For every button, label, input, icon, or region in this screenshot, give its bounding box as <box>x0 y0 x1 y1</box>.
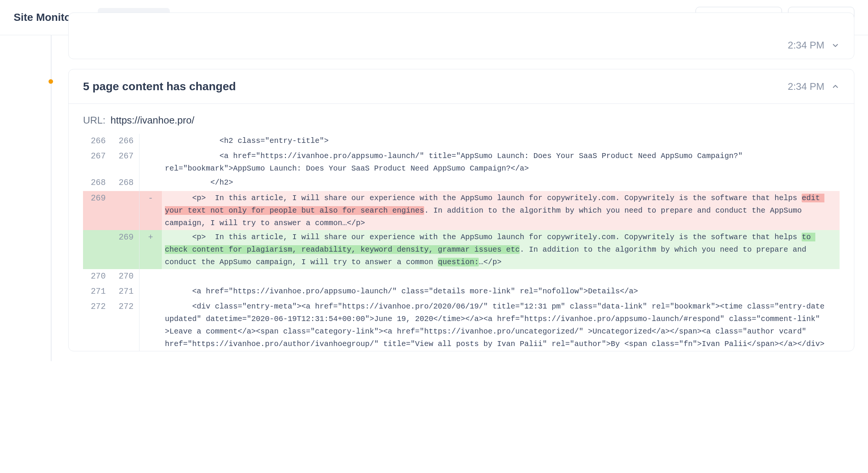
line-number-new: 269 <box>111 230 139 269</box>
card-title: 5 page content has changed <box>83 80 236 93</box>
diff-row: 266266 <h2 class="entry-title"> <box>83 134 840 149</box>
diff-marker <box>139 269 162 284</box>
diff-row: 269+ <p> In this article, I will share o… <box>83 230 840 269</box>
content-changed-card: 5 page content has changed 2:34 PM URL: … <box>68 69 854 351</box>
chevron-down-icon[interactable] <box>831 41 840 50</box>
diff-marker: + <box>139 230 162 269</box>
diff-code: <a href="https://ivanhoe.pro/appsumo-lau… <box>162 284 840 299</box>
card-meta: 2:34 PM <box>788 81 840 92</box>
line-number-old: 271 <box>83 284 111 299</box>
diff-row: 267267 <a href="https://ivanhoe.pro/apps… <box>83 149 840 175</box>
line-number-new: 270 <box>111 269 139 284</box>
diff-table: 266266 <h2 class="entry-title">267267 <a… <box>83 134 840 351</box>
diff-highlight-added: to check content for plagiarism, readabi… <box>165 233 815 254</box>
url-label: URL: <box>83 114 105 126</box>
previous-card-meta: 2:34 PM <box>788 39 840 51</box>
cards-column: 2:34 PM 5 page content has changed 2:34 … <box>59 35 868 361</box>
card-body: URL: https://ivanhoe.pro/ 266266 <h2 cla… <box>69 104 854 351</box>
chevron-up-icon[interactable] <box>831 82 840 91</box>
previous-event-card: 2:34 PM <box>68 13 854 59</box>
line-number-old: 270 <box>83 269 111 284</box>
url-line: URL: https://ivanhoe.pro/ <box>83 114 840 126</box>
line-number-new: 267 <box>111 149 139 175</box>
line-number-new: 268 <box>111 175 139 191</box>
previous-card-header[interactable]: 2:34 PM <box>69 13 854 59</box>
diff-row: 270270 <box>83 269 840 284</box>
diff-marker <box>139 299 162 351</box>
line-number-old: 268 <box>83 175 111 191</box>
diff-marker <box>139 175 162 191</box>
diff-code: <a href="https://ivanhoe.pro/appsumo-lau… <box>162 149 840 175</box>
diff-code: <div class="entry-meta"><a href="https:/… <box>162 299 840 351</box>
url-value: https://ivanhoe.pro/ <box>110 114 194 126</box>
diff-code: <h2 class="entry-title"> <box>162 134 840 149</box>
diff-code: <p> In this article, I will share our ex… <box>162 230 840 269</box>
line-number-old: 269 <box>83 191 111 230</box>
diff-marker <box>139 149 162 175</box>
line-number-old: 272 <box>83 299 111 351</box>
card-time: 2:34 PM <box>788 81 824 92</box>
timeline-line <box>51 35 52 361</box>
line-number-new: 271 <box>111 284 139 299</box>
diff-code <box>162 269 840 284</box>
timeline-column <box>14 35 59 361</box>
diff-row: 269- <p> In this article, I will share o… <box>83 191 840 230</box>
timeline-marker-icon <box>49 79 53 84</box>
line-number-new <box>111 191 139 230</box>
line-number-new: 266 <box>111 134 139 149</box>
diff-marker <box>139 284 162 299</box>
line-number-old <box>83 230 111 269</box>
main-content: 2:34 PM 5 page content has changed 2:34 … <box>0 35 868 361</box>
diff-row: 271271 <a href="https://ivanhoe.pro/apps… <box>83 284 840 299</box>
card-header[interactable]: 5 page content has changed 2:34 PM <box>69 69 854 103</box>
diff-code: <p> In this article, I will share our ex… <box>162 191 840 230</box>
diff-highlight-removed: edit your text not only for people but a… <box>165 194 824 215</box>
previous-card-time: 2:34 PM <box>788 39 824 51</box>
diff-marker <box>139 134 162 149</box>
line-number-old: 266 <box>83 134 111 149</box>
diff-marker: - <box>139 191 162 230</box>
diff-highlight-added: question: <box>438 258 479 266</box>
diff-code: </h2> <box>162 175 840 191</box>
line-number-new: 272 <box>111 299 139 351</box>
diff-row: 272272 <div class="entry-meta"><a href="… <box>83 299 840 351</box>
diff-row: 268268 </h2> <box>83 175 840 191</box>
line-number-old: 267 <box>83 149 111 175</box>
